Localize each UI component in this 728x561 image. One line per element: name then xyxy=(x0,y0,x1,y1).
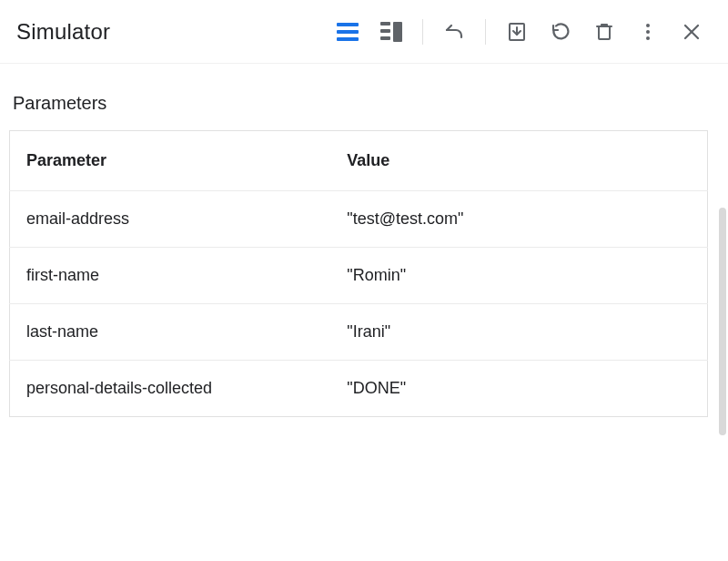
undo-icon[interactable] xyxy=(434,12,474,52)
section-title: Parameters xyxy=(13,93,708,114)
cell-value: "Irani" xyxy=(330,304,707,361)
svg-point-3 xyxy=(646,30,650,34)
svg-rect-1 xyxy=(599,26,610,39)
scrollbar[interactable] xyxy=(719,208,726,435)
table-row: last-name "Irani" xyxy=(10,304,708,361)
column-header-value: Value xyxy=(330,131,707,191)
reset-icon[interactable] xyxy=(541,12,581,52)
more-icon[interactable] xyxy=(628,12,668,52)
parameters-table: Parameter Value email-address "test@test… xyxy=(9,130,708,417)
save-icon[interactable] xyxy=(497,12,537,52)
close-icon[interactable] xyxy=(672,12,712,52)
header: Simulator xyxy=(0,0,728,64)
cell-parameter: personal-details-collected xyxy=(10,361,331,417)
table-row: personal-details-collected "DONE" xyxy=(10,361,708,417)
cell-parameter: last-name xyxy=(10,304,331,361)
table-header-row: Parameter Value xyxy=(10,131,708,191)
divider xyxy=(485,19,486,45)
cell-value: "test@test.com" xyxy=(330,191,707,248)
view-detail-icon[interactable] xyxy=(371,12,411,52)
cell-parameter: first-name xyxy=(10,248,331,304)
svg-point-2 xyxy=(646,24,650,27)
toolbar xyxy=(328,12,712,52)
cell-value: "Romin" xyxy=(330,248,707,304)
view-list-icon[interactable] xyxy=(328,12,368,52)
cell-parameter: email-address xyxy=(10,191,331,248)
trash-icon[interactable] xyxy=(584,12,624,52)
table-row: first-name "Romin" xyxy=(10,248,708,304)
svg-point-4 xyxy=(646,36,650,40)
table-row: email-address "test@test.com" xyxy=(10,191,708,248)
cell-value: "DONE" xyxy=(330,361,707,417)
content-pane: Parameters Parameter Value email-address… xyxy=(0,64,728,561)
page-title: Simulator xyxy=(16,19,110,45)
divider xyxy=(422,19,423,45)
column-header-parameter: Parameter xyxy=(10,131,331,191)
